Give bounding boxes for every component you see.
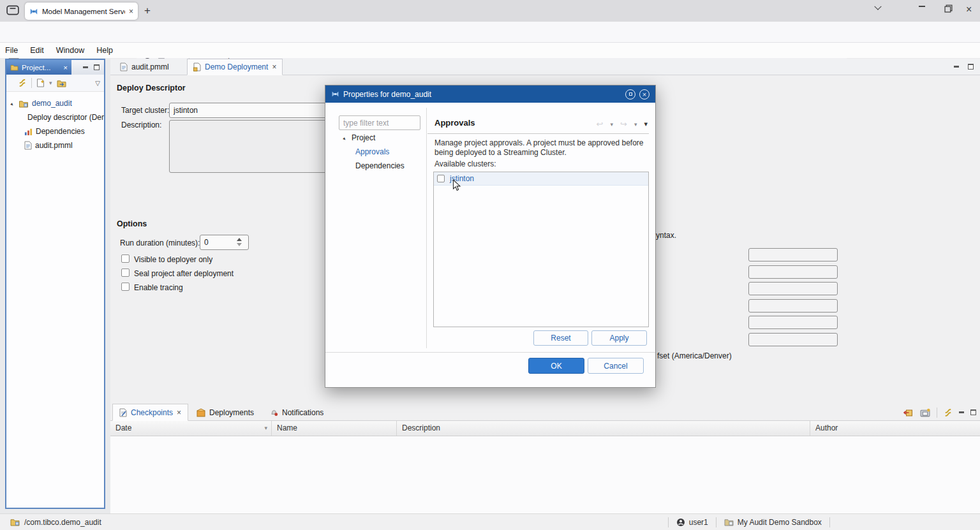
app-menubar: File Edit Window Help: [0, 43, 980, 58]
spinner-up-icon[interactable]: [237, 238, 242, 241]
tab-deployments[interactable]: Deployments: [190, 404, 260, 421]
history-back-dropdown-icon[interactable]: ▾: [611, 121, 614, 128]
view-menu-icon[interactable]: ▽: [95, 80, 100, 87]
expanded-arrow-icon[interactable]: ▾: [9, 99, 17, 107]
visible-to-deployer-checkbox[interactable]: [121, 254, 130, 263]
notifications-icon: [270, 408, 278, 416]
right-field-2[interactable]: [748, 265, 838, 279]
properties-dialog: Properties for demo_audit × ▾ Project Ap…: [325, 85, 656, 388]
menu-edit[interactable]: Edit: [30, 46, 44, 55]
pmml-file-icon: [120, 63, 128, 71]
sort-icon[interactable]: ▾: [264, 425, 267, 431]
new-tab-button[interactable]: +: [144, 4, 151, 17]
checkpoints-table-body[interactable]: [110, 436, 980, 513]
tree-item-project-root[interactable]: ▾ demo_audit: [6, 96, 104, 110]
project-tab-label: Project...: [22, 64, 50, 71]
restore-checkpoint-icon[interactable]: [903, 408, 914, 417]
tree-item-audit-pmml[interactable]: audit.pmml: [6, 138, 104, 152]
resource-folder-icon: [10, 518, 20, 526]
tree-item-project[interactable]: ▾ Project: [325, 131, 426, 145]
column-header-description[interactable]: Description: [397, 421, 810, 436]
close-view-icon[interactable]: ×: [177, 408, 181, 417]
close-view-icon[interactable]: ×: [63, 64, 68, 71]
tab-notifications[interactable]: Notifications: [264, 404, 330, 421]
panel-description: Manage project approvals. A project must…: [434, 138, 655, 158]
maximize-view-icon[interactable]: [94, 64, 100, 70]
app-favicon: [29, 7, 38, 16]
available-clusters-list[interactable]: jstinton: [433, 172, 649, 327]
tab-project-explorer[interactable]: Project... ×: [6, 60, 71, 75]
reset-button[interactable]: Reset: [533, 330, 588, 346]
firefox-view-icon[interactable]: [6, 5, 19, 15]
column-header-date[interactable]: Date▾: [110, 421, 272, 436]
seal-project-label: Seal project after deployment: [134, 269, 234, 278]
menu-file[interactable]: File: [5, 46, 18, 55]
mouse-cursor: [452, 179, 461, 192]
window-close-icon[interactable]: ×: [966, 4, 972, 15]
ok-button[interactable]: OK: [528, 358, 584, 374]
take-snapshot-icon[interactable]: [920, 408, 930, 417]
deployments-package-icon: [197, 408, 205, 417]
minimize-view-icon[interactable]: [83, 66, 88, 68]
link-with-editor-icon[interactable]: [944, 408, 953, 417]
tree-item-approvals[interactable]: Approvals: [325, 145, 426, 159]
filter-input[interactable]: [339, 115, 420, 130]
browser-tab[interactable]: Model Management Server ×: [25, 3, 138, 20]
apply-button[interactable]: Apply: [591, 330, 647, 346]
dialog-resize-icon[interactable]: [625, 89, 635, 99]
menu-window[interactable]: Window: [56, 46, 84, 55]
right-field-1[interactable]: [748, 248, 838, 261]
tab-checkpoints[interactable]: Checkpoints ×: [112, 404, 188, 421]
timezone-offset-fragment: fset (America/Denver): [657, 351, 732, 360]
tree-item-dependencies[interactable]: Dependencies: [325, 159, 426, 173]
enable-tracing-checkbox[interactable]: [121, 283, 130, 291]
close-editor-icon[interactable]: ×: [272, 63, 276, 71]
current-sandbox[interactable]: My Audit Demo Sandbox: [716, 518, 829, 527]
seal-project-checkbox[interactable]: [121, 269, 130, 277]
history-forward-dropdown-icon[interactable]: ▾: [634, 121, 637, 128]
tab-audit-pmml[interactable]: audit.pmml: [114, 59, 175, 75]
spinner-down-icon[interactable]: [237, 243, 242, 246]
tree-item-dependencies[interactable]: Dependencies: [6, 124, 104, 138]
visible-to-deployer-label: Visible to deployer only: [134, 255, 212, 264]
minimize-view-icon[interactable]: [959, 411, 964, 413]
enable-tracing-label: Enable tracing: [134, 283, 183, 292]
cancel-button[interactable]: Cancel: [588, 358, 644, 374]
new-project-dropdown-icon[interactable]: ▾: [49, 80, 52, 86]
deploy-descriptor-icon: [193, 63, 201, 71]
checkpoints-icon: [119, 408, 127, 417]
dialog-tree: ▾ Project Approvals Dependencies: [325, 131, 426, 173]
editor-tab-label: audit.pmml: [131, 63, 169, 71]
project-tree: ▾ demo_audit Deploy descriptor (Dem Depe…: [6, 92, 104, 152]
right-field-4[interactable]: [748, 299, 838, 313]
tree-item-deploy-descriptor[interactable]: Deploy descriptor (Dem: [6, 110, 104, 124]
menu-help[interactable]: Help: [96, 46, 113, 55]
syntax-text-fragment: yntax.: [656, 231, 676, 240]
dialog-titlebar[interactable]: Properties for demo_audit ×: [325, 85, 655, 103]
tab-close-icon[interactable]: ×: [129, 8, 133, 15]
browser-toolbar: ← → ↻ http://localhost:2190/mms/ ☆: [0, 22, 980, 43]
right-field-3[interactable]: [748, 282, 838, 295]
status-bar: /com.tibco.demo_audit user1 My Audit Dem…: [0, 513, 980, 530]
new-project-icon[interactable]: [36, 78, 45, 87]
cluster-checkbox[interactable]: [437, 175, 445, 182]
current-user[interactable]: user1: [669, 518, 716, 527]
tabs-list-chevron-icon[interactable]: [875, 6, 880, 11]
window-minimize-icon[interactable]: [919, 6, 925, 7]
maximize-view-icon[interactable]: [970, 409, 976, 415]
expanded-arrow-icon[interactable]: ▾: [341, 134, 349, 142]
right-field-5[interactable]: [748, 316, 838, 329]
import-icon[interactable]: [57, 79, 66, 87]
minimize-editor-icon[interactable]: [954, 66, 959, 68]
link-with-editor-icon[interactable]: [18, 78, 27, 87]
cluster-row-jstinton[interactable]: jstinton: [434, 172, 648, 186]
column-header-name[interactable]: Name: [272, 421, 397, 436]
available-clusters-label: Available clusters:: [434, 159, 496, 168]
column-header-author[interactable]: Author: [810, 421, 980, 436]
dialog-close-icon[interactable]: ×: [639, 89, 650, 99]
tab-demo-deployment[interactable]: Demo Deployment ×: [187, 59, 283, 75]
right-field-6[interactable]: [748, 333, 838, 346]
maximize-editor-icon[interactable]: [968, 64, 974, 70]
view-menu-icon[interactable]: ▾: [644, 120, 648, 128]
window-restore-icon[interactable]: [944, 4, 953, 13]
